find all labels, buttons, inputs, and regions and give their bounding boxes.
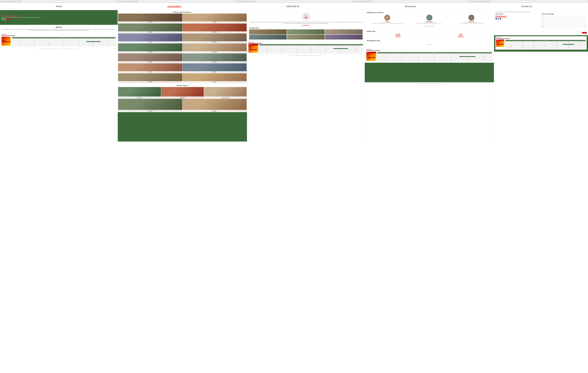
browser-bar-5: Boston's University Computer Science Amb… (471, 0, 587, 2)
link-charter[interactable]: CS Charter (430, 35, 492, 36)
hero-banner: BUCS Ambassadors Welcome to the Boston U… (0, 10, 118, 25)
learn-more-btn[interactable]: Learn More (1, 19, 6, 20)
splash-cal-col3: Upcoming! Check Out Our Calendar! CS Spl… (247, 41, 365, 54)
col-contact: Don't hesitate to reach out with the con… (494, 10, 588, 142)
click-here-link[interactable]: Click here to sign up (247, 24, 365, 26)
col-home: BUCS Ambassadors Welcome to the Boston U… (0, 10, 118, 142)
link-allnotes2[interactable]: CS Allnotes (367, 36, 429, 37)
csa-logo-section: 🐾 CSA (247, 10, 365, 21)
amb-header: Meet your 2020 Ambassadors (118, 10, 247, 14)
email-link-2[interactable]: BUCSAmbassadors@gmail.com (495, 16, 541, 17)
cal-mini-res: November 2019 SMTWTFS1234567891011121314… (377, 52, 492, 61)
amb-label-2: Theo AgrawalComp Sci (118, 31, 182, 33)
link-bucs[interactable]: BU CS Website (367, 35, 429, 36)
amb-card-13: Ben LopezComp Sci (182, 73, 247, 83)
advisor-photo-1 (384, 15, 390, 21)
junior-senior-box: Junior & Senior Advising (367, 25, 492, 27)
message-textarea[interactable] (542, 27, 587, 31)
sc-row-contact: CS Splash join us @ SPLASH November 2019… (496, 40, 586, 49)
nav-home[interactable]: Home (56, 5, 62, 8)
advisor-title-2: Undergraduate Programs Administrator (424, 22, 435, 23)
amb-card-2: Theo AgrawalComp Sci (118, 23, 182, 33)
address-field: Address (542, 22, 587, 25)
amb-card-9: Pratibha AhiyaComp Sci (182, 53, 247, 63)
amb-card-5: Marshall PatelComp Sci (182, 33, 247, 43)
check-cal-res: Check Out Our Calendar! (366, 50, 492, 51)
browser-bar-3: Boston's University Computer Science Amb… (236, 0, 352, 2)
cal-mini-contact: November 2019 SMTWTFS1234567891011121314… (505, 40, 586, 49)
splash-section-whatwedo: CS Splash 2019 (247, 26, 365, 41)
facebook-icon[interactable]: f (495, 18, 497, 20)
name-input[interactable] (542, 17, 587, 19)
sc-cal-contact: November 2019 SMTWTFS1234567891011121314… (505, 40, 586, 49)
contact-layout: Get in Touch ambassador@bu.edu's email B… (494, 13, 588, 34)
splash-label: CS Splash (2, 41, 4, 42)
address-label: Address (542, 22, 587, 23)
check-calendar-label: Check Out Our Calendar! (2, 35, 116, 36)
officer-card-1: Financial Officer Megan Leslie (118, 87, 161, 98)
nav-resources[interactable]: Resources (405, 5, 416, 8)
git-title: Get in Touch (495, 13, 541, 15)
sc-splash-contact: CS Splash join us @ SPLASH (496, 40, 504, 47)
twitter-icon[interactable]: t (497, 18, 499, 20)
nav-contact[interactable]: Contact us (521, 5, 532, 8)
col-resources: Advising & CS Contacts Dina Embe Lecture… (365, 10, 494, 142)
cal-grid-res: SMTWTFS123456789101112131415161718192021… (377, 53, 492, 61)
name-field: Name (542, 15, 587, 19)
nav-whatwedo[interactable]: What We Do (287, 5, 300, 8)
splash-word-home: SPLASH (5, 41, 10, 43)
hero-content: BUCS Ambassadors Welcome to the Boston U… (1, 15, 41, 20)
amb-label-13: Ben LopezComp Sci (182, 81, 247, 83)
amb-grid: Suzanna LongComp SciVictor GriffinComp S… (118, 14, 247, 83)
main-columns: BUCS Ambassadors Welcome to the Boston U… (0, 10, 588, 142)
amb-label-0: Suzanna LongComp Sci (118, 21, 182, 23)
dark-green-res (365, 63, 494, 82)
splash-calendar-home: Upcoming! Check Out Our Calendar! CS Spl… (0, 33, 118, 48)
sc-row-res: CS Splash join us @ SPLASH November 2019… (366, 52, 492, 61)
amb-card-4: Zoe CraigComp Sci (118, 33, 182, 43)
officer-label-4: Director: Jr. & Sr. Advising Amir Harris (118, 110, 182, 112)
link-bcs[interactable]: BCS Website (367, 33, 429, 34)
cal-header-res: November 2019 (377, 52, 492, 53)
email-label: Email (542, 19, 587, 20)
advisor-card-2: Jakob Harmstone Undergraduate Programs A… (409, 15, 450, 24)
send-button[interactable]: Send (582, 32, 587, 34)
browser-bars: Create your website with WordPress.com |… (0, 0, 588, 3)
about-text: At Ambassadors, our mission is to serve … (2, 29, 116, 31)
instagram-icon[interactable]: i (500, 18, 501, 20)
email-field: Email (542, 19, 587, 22)
link-grad[interactable]: BU Grad Advisor (430, 36, 492, 37)
email-input[interactable] (542, 20, 587, 22)
res-cal-area: Upcoming! Check Out Our Calendar! CS Spl… (365, 48, 494, 63)
footer-col3: © 2019 Boston University Computer Scienc… (247, 54, 365, 56)
col-whatwedo: 🐾 CSA As Ambassadors, our mission is to … (247, 10, 365, 142)
link-allnotes1[interactable]: CS Allnotes (430, 33, 492, 34)
sc-cal-res: November 2019 SMTWTFS1234567891011121314… (377, 52, 492, 61)
splash-photo-1 (249, 29, 287, 34)
officers-header: Meet Our Officers (118, 84, 247, 87)
splash-image-home: CS Splash join us @ SPLASH (2, 37, 10, 46)
splash-photos-row-1 (249, 29, 363, 34)
amb-label-7: Fengqian ChengComp Sci (182, 51, 247, 53)
advisor-title-3: Associate Professor & Director of Underg… (463, 22, 480, 23)
officer-label-1: Financial Officer Megan Leslie (118, 96, 161, 98)
contact-splash-box: Upcoming! Check Out Our Calendar! CS Spl… (495, 36, 587, 50)
address-input[interactable] (542, 24, 587, 25)
amb-label-9: Pratibha AhiyaComp Sci (182, 61, 247, 63)
officers-grid-2: Director: Jr. & Sr. Advising Amir Harris… (118, 99, 247, 112)
sc-splash-res: CS Splash join us @ SPLASH (366, 52, 376, 61)
officer-label-3: Organizational Officer Adriana Guerrero … (204, 96, 247, 98)
join-us-btn[interactable]: JOIN US (7, 19, 10, 20)
nav-ambassadors[interactable]: Ambassadors (168, 5, 181, 8)
advisor-card-3: Vikrant Sindkar Associate Professor & Di… (451, 15, 492, 24)
amb-card-3: Shambavi SahuComp Sci (182, 23, 247, 33)
amb-label-12: Amir DugasComp Sci (118, 81, 182, 83)
amb-card-1: Victor GriffinComp Sci/Econ (182, 14, 247, 23)
officer-name-4: Amir Harris (118, 111, 182, 112)
splash-photo-6 (325, 35, 363, 40)
contact-green-area: Upcoming! Check Out Our Calendar! CS Spl… (494, 35, 588, 52)
check-cal-contact: Check Out Our Calendar! (496, 38, 586, 39)
csa-text: CSA (304, 17, 308, 19)
amb-label-10: Julia KimComp Sci (118, 71, 182, 73)
officer-name-2: Rodney Adegbuyi (161, 97, 203, 98)
